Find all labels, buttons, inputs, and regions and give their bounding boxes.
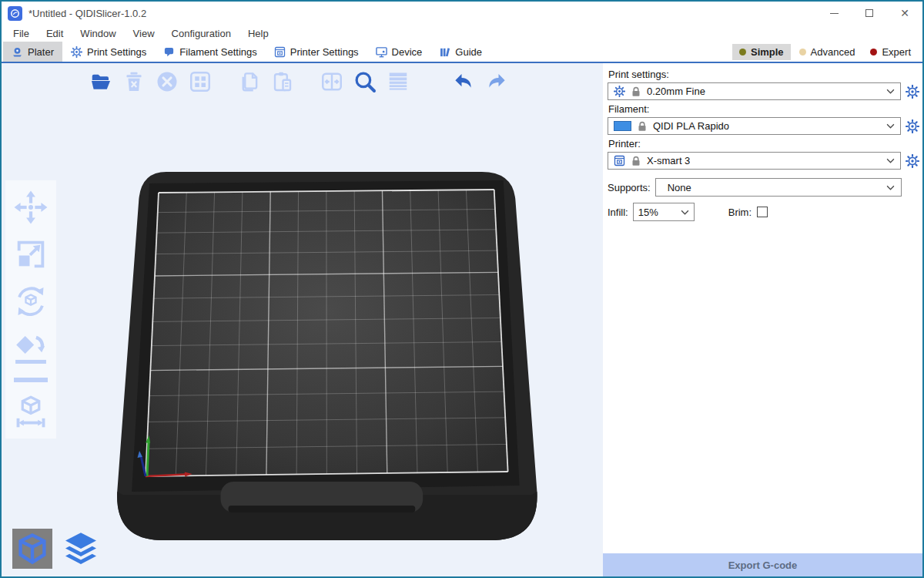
tab-label: Printer Settings [290, 46, 359, 58]
settings-panel: Print settings: 0.20mm Fine Filament: QI… [603, 63, 922, 576]
paste-button[interactable] [268, 67, 297, 96]
filament-combo[interactable]: QIDI PLA Rapido [608, 117, 901, 135]
print-settings-gear-button[interactable] [905, 84, 920, 99]
mode-simple[interactable]: Simple [732, 44, 791, 60]
search-button[interactable] [350, 67, 380, 96]
books-icon [439, 46, 450, 58]
tab-plater[interactable]: Plater [3, 42, 62, 62]
gizmo-bar [5, 180, 56, 439]
tab-label: Device [392, 46, 423, 58]
filament-label: Filament: [608, 103, 920, 115]
cube-icon [15, 532, 49, 566]
printer-gear-button[interactable] [905, 153, 920, 169]
printer-label: Printer: [608, 138, 920, 150]
preview-view-button[interactable] [61, 529, 101, 569]
mode-expert[interactable]: Expert [863, 44, 918, 60]
menu-help[interactable]: Help [239, 28, 277, 39]
advanced-dot-icon [799, 49, 806, 55]
printer-value: X-smart 3 [647, 155, 690, 166]
filament-gear-button[interactable] [905, 119, 920, 134]
mode-label: Advanced [811, 46, 855, 58]
infill-label: Infill: [608, 207, 628, 218]
chevron-down-icon [886, 158, 895, 163]
measure-button[interactable] [13, 394, 49, 429]
brim-checkbox[interactable] [757, 207, 768, 217]
plater-icon [12, 46, 23, 58]
gear-icon [614, 86, 625, 97]
delete-all-button[interactable] [152, 67, 182, 96]
app-logo-icon [8, 6, 22, 21]
printer-icon [614, 155, 625, 166]
menu-configuration[interactable]: Configuration [163, 28, 239, 39]
view-toggles [12, 529, 101, 569]
scale-button[interactable] [13, 237, 49, 272]
menu-file[interactable]: File [5, 28, 38, 39]
gear-icon [71, 46, 82, 58]
maximize-icon [865, 9, 873, 17]
filament-value: QIDI PLA Rapido [653, 120, 729, 132]
printer-icon [274, 46, 286, 58]
arrange-button[interactable] [186, 67, 215, 96]
tab-print-settings[interactable]: Print Settings [62, 42, 155, 62]
supports-label: Supports: [608, 182, 651, 193]
close-button[interactable]: ✕ [887, 2, 922, 25]
3d-viewport[interactable] [2, 63, 603, 576]
filament-color-swatch [614, 121, 631, 131]
simple-dot-icon [739, 49, 746, 55]
mode-label: Expert [882, 46, 911, 58]
delete-button[interactable] [119, 67, 149, 96]
lock-icon [631, 86, 641, 97]
printer-combo[interactable]: X-smart 3 [608, 152, 901, 170]
window-controls: ✕ [816, 2, 922, 25]
chevron-down-icon [886, 123, 895, 129]
tab-label: Plater [28, 46, 54, 58]
menu-window[interactable]: Window [72, 28, 124, 39]
lock-icon [631, 156, 641, 166]
chevron-down-icon [681, 210, 689, 215]
open-button[interactable] [86, 67, 116, 96]
lock-icon [638, 121, 647, 132]
rotate-button[interactable] [13, 284, 49, 319]
window-title: *Untitled - QIDISlicer-1.0.2 [28, 8, 146, 19]
supports-combo[interactable]: None [655, 178, 902, 197]
filament-icon [163, 46, 175, 58]
print-settings-label: Print settings: [608, 69, 920, 80]
monitor-icon [376, 46, 387, 58]
tab-filament-settings[interactable]: Filament Settings [155, 42, 265, 62]
expert-dot-icon [870, 49, 877, 55]
infill-combo[interactable]: 15% [633, 203, 695, 221]
tab-printer-settings[interactable]: Printer Settings [266, 42, 367, 62]
undo-button[interactable] [449, 67, 478, 96]
minimize-icon [830, 13, 839, 14]
mode-switcher: Simple Advanced Expert [732, 42, 922, 62]
menu-view[interactable]: View [125, 28, 163, 39]
tab-label: Guide [455, 46, 482, 58]
variable-layer-height-button[interactable] [383, 67, 413, 96]
maximize-button[interactable] [852, 2, 887, 25]
tab-label: Print Settings [87, 46, 146, 58]
gizmo-separator [14, 378, 48, 382]
minimize-button[interactable] [816, 2, 852, 25]
brim-label: Brim: [728, 207, 752, 218]
tab-bar: Plater Print Settings Filament Settings … [2, 42, 922, 63]
infill-value: 15% [638, 207, 658, 218]
supports-value: None [668, 182, 691, 193]
title-bar: *Untitled - QIDISlicer-1.0.2 ✕ [2, 2, 922, 25]
copy-button[interactable] [235, 67, 264, 96]
place-on-face-button[interactable] [13, 331, 49, 366]
print-settings-value: 0.20mm Fine [647, 86, 705, 97]
menu-edit[interactable]: Edit [38, 28, 72, 39]
export-gcode-button[interactable]: Export G-code [603, 553, 922, 576]
3d-editor-view-button[interactable] [12, 529, 52, 569]
chevron-down-icon [886, 89, 895, 94]
chevron-down-icon [886, 185, 895, 190]
app-window: *Untitled - QIDISlicer-1.0.2 ✕ File Edit… [0, 0, 924, 578]
mode-advanced[interactable]: Advanced [792, 44, 862, 60]
move-button[interactable] [13, 190, 49, 225]
tab-guide[interactable]: Guide [430, 42, 490, 62]
menu-bar: File Edit Window View Configuration Help [2, 25, 922, 42]
split-to-objects-button[interactable] [317, 67, 346, 96]
print-settings-combo[interactable]: 0.20mm Fine [608, 82, 901, 100]
tab-device[interactable]: Device [367, 42, 431, 62]
redo-button[interactable] [482, 67, 511, 96]
